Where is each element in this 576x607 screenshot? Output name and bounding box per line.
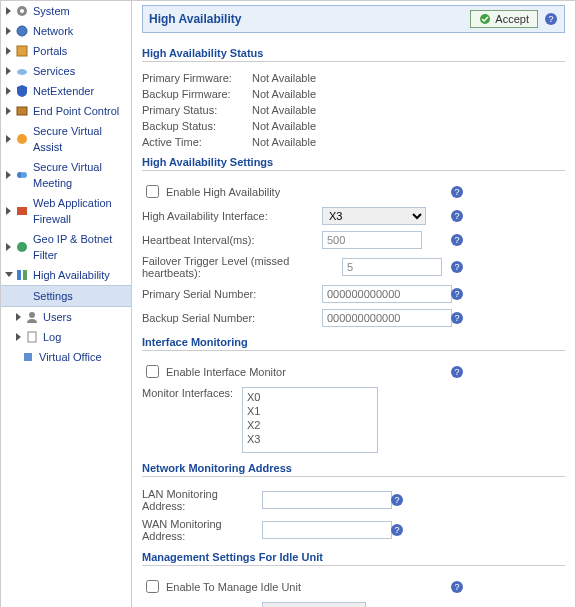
svg-rect-5 bbox=[17, 107, 27, 115]
ha-interface-select[interactable]: X3 bbox=[322, 207, 426, 225]
svg-point-2 bbox=[17, 26, 27, 36]
status-label: Primary Firmware: bbox=[142, 72, 252, 84]
backup-sn-input[interactable] bbox=[322, 309, 452, 327]
wan-mon-input[interactable] bbox=[262, 521, 392, 539]
enable-monitor-label: Enable Interface Monitor bbox=[166, 366, 286, 378]
svg-text:?: ? bbox=[454, 262, 459, 272]
portal-icon bbox=[15, 44, 29, 58]
nav-label: Users bbox=[43, 309, 72, 325]
enable-ha-label: Enable High Availability bbox=[166, 186, 280, 198]
nav-label: Secure Virtual Assist bbox=[33, 123, 127, 155]
svg-point-4 bbox=[17, 69, 27, 75]
nav-item-waf[interactable]: Web Application Firewall bbox=[1, 193, 131, 229]
log-icon bbox=[25, 330, 39, 344]
geo-icon bbox=[15, 240, 29, 254]
help-icon[interactable]: ? bbox=[544, 12, 558, 26]
svg-text:?: ? bbox=[548, 14, 553, 24]
chevron-right-icon bbox=[5, 7, 13, 15]
nav-item-virtualassist[interactable]: Secure Virtual Assist bbox=[1, 121, 131, 157]
section-monitoring: Interface Monitoring bbox=[142, 330, 565, 351]
status-value: Not Available bbox=[252, 72, 316, 84]
help-icon[interactable]: ? bbox=[450, 260, 464, 274]
help-icon[interactable]: ? bbox=[450, 233, 464, 247]
assist-icon bbox=[15, 132, 29, 146]
help-icon[interactable]: ? bbox=[390, 523, 404, 537]
status-row: Primary Firmware:Not Available bbox=[142, 70, 565, 86]
gear-icon bbox=[15, 4, 29, 18]
primary-sn-input[interactable] bbox=[322, 285, 452, 303]
help-icon[interactable]: ? bbox=[450, 580, 464, 594]
lan-mon-label: LAN Monitoring Address: bbox=[142, 488, 262, 512]
nav-item-portals[interactable]: Portals bbox=[1, 41, 131, 61]
failover-input[interactable] bbox=[342, 258, 442, 276]
hb-input[interactable] bbox=[322, 231, 422, 249]
svg-point-10 bbox=[17, 242, 27, 252]
section-status: High Availability Status bbox=[142, 41, 565, 62]
primary-sn-label: Primary Serial Number: bbox=[142, 288, 322, 300]
page-header: High Availability Accept ? bbox=[142, 5, 565, 33]
nav-label: NetExtender bbox=[33, 83, 94, 99]
nav-item-netextender[interactable]: NetExtender bbox=[1, 81, 131, 101]
nav-label: Geo IP & Botnet Filter bbox=[33, 231, 127, 263]
section-settings: High Availability Settings bbox=[142, 150, 565, 171]
status-row: Backup Status:Not Available bbox=[142, 118, 565, 134]
failover-label: Failover Trigger Level (missed heartbeat… bbox=[142, 255, 342, 279]
nav-item-virtualmeeting[interactable]: Secure Virtual Meeting bbox=[1, 157, 131, 193]
enable-monitor-checkbox[interactable] bbox=[146, 365, 159, 378]
list-item[interactable]: X2 bbox=[245, 418, 375, 432]
enable-ha-checkbox[interactable] bbox=[146, 185, 159, 198]
users-icon bbox=[25, 310, 39, 324]
main-content: High Availability Accept ? High Availabi… bbox=[132, 1, 575, 607]
svg-text:?: ? bbox=[394, 525, 399, 535]
nav-item-services[interactable]: Services bbox=[1, 61, 131, 81]
firewall-icon bbox=[15, 204, 29, 218]
status-label: Primary Status: bbox=[142, 104, 252, 116]
help-icon[interactable]: ? bbox=[450, 209, 464, 223]
help-icon[interactable]: ? bbox=[450, 311, 464, 325]
svg-rect-11 bbox=[17, 270, 21, 280]
ha-icon bbox=[15, 268, 29, 282]
help-icon[interactable]: ? bbox=[450, 185, 464, 199]
chevron-right-icon bbox=[5, 107, 13, 115]
svg-rect-15 bbox=[24, 353, 32, 361]
sidebar: System Network Portals Services NetExten… bbox=[1, 1, 132, 607]
cloud-icon bbox=[15, 64, 29, 78]
status-label: Backup Firmware: bbox=[142, 88, 252, 100]
status-value: Not Available bbox=[252, 104, 316, 116]
status-label: Active Time: bbox=[142, 136, 252, 148]
nav-item-system[interactable]: System bbox=[1, 1, 131, 21]
nav-item-endpoint[interactable]: End Point Control bbox=[1, 101, 131, 121]
help-icon[interactable]: ? bbox=[450, 287, 464, 301]
nav-label: Virtual Office bbox=[39, 349, 102, 365]
list-item[interactable]: X3 bbox=[245, 432, 375, 446]
status-row: Primary Status:Not Available bbox=[142, 102, 565, 118]
nav-item-users[interactable]: Users bbox=[1, 307, 131, 327]
nav-item-network[interactable]: Network bbox=[1, 21, 131, 41]
help-icon[interactable]: ? bbox=[450, 365, 464, 379]
nav-item-geoip[interactable]: Geo IP & Botnet Filter bbox=[1, 229, 131, 265]
nav-label: Log bbox=[43, 329, 61, 345]
list-item[interactable]: X0 bbox=[245, 390, 375, 404]
hb-label: Heartbeat Interval(ms): bbox=[142, 234, 322, 246]
lan-mon-input[interactable] bbox=[262, 491, 392, 509]
chevron-right-icon bbox=[5, 67, 13, 75]
accept-button[interactable]: Accept bbox=[470, 10, 538, 28]
nav-item-virtualoffice[interactable]: Virtual Office bbox=[1, 347, 131, 367]
mgmt-interface-select[interactable]: X0 bbox=[262, 602, 366, 607]
svg-text:?: ? bbox=[454, 187, 459, 197]
nav-item-log[interactable]: Log bbox=[1, 327, 131, 347]
chevron-right-icon bbox=[5, 135, 13, 143]
section-idle: Management Settings For Idle Unit bbox=[142, 545, 565, 566]
monitor-list-label: Monitor Interfaces: bbox=[142, 387, 242, 399]
enable-idle-checkbox[interactable] bbox=[146, 580, 159, 593]
globe-icon bbox=[15, 24, 29, 38]
chevron-right-icon bbox=[15, 333, 23, 341]
chevron-right-icon bbox=[5, 47, 13, 55]
monitor-interfaces-list[interactable]: X0 X1 X2 X3 bbox=[242, 387, 378, 453]
nav-item-ha[interactable]: High Availability bbox=[1, 265, 131, 285]
nav-sub-settings[interactable]: Settings bbox=[1, 285, 131, 307]
svg-point-6 bbox=[17, 134, 27, 144]
list-item[interactable]: X1 bbox=[245, 404, 375, 418]
help-icon[interactable]: ? bbox=[390, 493, 404, 507]
svg-rect-12 bbox=[23, 270, 27, 280]
